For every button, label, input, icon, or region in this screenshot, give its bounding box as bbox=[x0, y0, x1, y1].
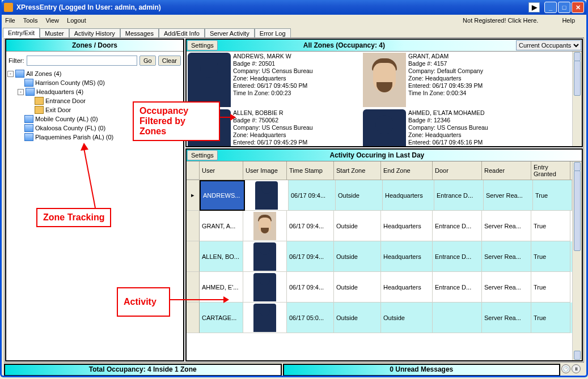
column-header[interactable]: Entry Granted bbox=[531, 161, 570, 180]
building-icon bbox=[26, 88, 35, 96]
table-row[interactable]: GRANT, A...06/17 09:4...OutsideHeadquart… bbox=[187, 211, 572, 241]
titlebar[interactable]: XPressEntry (Logged In User: admin, admi… bbox=[2, 0, 586, 15]
occupant-company: Company: US Census Bureau bbox=[408, 124, 488, 131]
column-header[interactable]: Time Stamp bbox=[287, 161, 334, 180]
not-registered-link[interactable]: Not Registered! Click Here. bbox=[463, 17, 538, 24]
occupant-name: GRANT, ADAM bbox=[408, 53, 483, 60]
cell: CARTAGE... bbox=[200, 303, 243, 333]
column-header[interactable] bbox=[187, 161, 200, 180]
svg-marker-1 bbox=[230, 114, 236, 121]
column-header[interactable]: User bbox=[200, 161, 243, 180]
cell: GRANT, A... bbox=[200, 211, 243, 241]
cell: Outside bbox=[334, 241, 381, 272]
occupant-photo bbox=[363, 109, 406, 147]
cell: Outside bbox=[334, 211, 381, 241]
minimize-button[interactable]: _ bbox=[544, 2, 557, 13]
column-header[interactable]: Door bbox=[433, 161, 482, 180]
cell: True bbox=[533, 180, 572, 211]
tree-item[interactable]: -All Zones (4) bbox=[7, 69, 182, 78]
tab-add-edit-info[interactable]: Add/Edit Info bbox=[159, 28, 205, 38]
occupant-zone: Zone: Headquarters bbox=[408, 131, 488, 139]
tab-error-log[interactable]: Error Log bbox=[255, 28, 291, 38]
table-row[interactable]: CARTAGE...06/17 05:0...OutsideOutsideSer… bbox=[187, 303, 572, 333]
cell bbox=[243, 241, 287, 272]
occupant-company: Company: US Census Bureau bbox=[233, 67, 313, 75]
filter-input[interactable] bbox=[27, 56, 138, 66]
go-button[interactable]: Go bbox=[139, 56, 156, 66]
svg-line-2 bbox=[84, 148, 95, 208]
occupant-entered: Entered: 06/17 09:45:29 PM bbox=[233, 139, 313, 146]
occupants-grid: ANDREWS, MARK WBadge #: 20501Company: US… bbox=[187, 52, 572, 147]
tab-entry-exit[interactable]: Entry/Exit bbox=[3, 28, 40, 38]
cell: Server Rea... bbox=[482, 241, 531, 272]
tree-item-label: Mobile County (AL) (0) bbox=[35, 116, 98, 122]
table-row[interactable]: AHMED, E'...06/17 09:4...OutsideHeadquar… bbox=[187, 272, 572, 303]
tabstrip: Entry/ExitMusterActivity HistoryMessages… bbox=[2, 26, 586, 37]
menu-file[interactable]: File bbox=[5, 17, 15, 24]
tree-item[interactable]: -Headquarters (4) bbox=[7, 87, 182, 96]
cell: Headquarters bbox=[381, 241, 433, 272]
scroll-down-arrow[interactable] bbox=[574, 351, 581, 360]
scroll-up-arrow[interactable] bbox=[574, 162, 581, 171]
scroll-thumb[interactable] bbox=[574, 171, 581, 251]
play-icon[interactable]: ▶ bbox=[528, 2, 540, 12]
tab-muster[interactable]: Muster bbox=[40, 28, 69, 38]
maximize-button[interactable]: □ bbox=[558, 2, 570, 13]
user-image bbox=[255, 181, 278, 210]
tree-item[interactable]: Harrison County (MS) (0) bbox=[7, 78, 182, 87]
tree-item-label: Plaquemines Parish (AL) (0) bbox=[35, 134, 113, 140]
activity-title: Activity Occuring in Last Day bbox=[195, 151, 559, 159]
menu-view[interactable]: View bbox=[45, 17, 59, 24]
cell: Server Rea... bbox=[482, 211, 531, 241]
scroll-up-arrow[interactable] bbox=[574, 52, 581, 61]
column-header[interactable]: End Zone bbox=[381, 161, 433, 180]
tab-server-activity[interactable]: Server Activity bbox=[205, 28, 255, 38]
tab-messages[interactable]: Messages bbox=[120, 28, 159, 38]
column-header[interactable]: Start Zone bbox=[334, 161, 381, 180]
cell: ANDREWS... bbox=[200, 180, 245, 211]
cell: 06/17 09:4... bbox=[287, 272, 334, 303]
menu-tools[interactable]: Tools bbox=[23, 17, 38, 24]
cell: Entrance D... bbox=[434, 180, 484, 211]
occupant-badge: Badge #: 20501 bbox=[233, 60, 313, 67]
occupant-card[interactable]: GRANT, ADAMBadge #: 4157Company: Default… bbox=[362, 52, 537, 108]
row-header[interactable] bbox=[187, 303, 200, 333]
status-occupancy: Total Occupancy: 4 Inside 1 Zone bbox=[4, 364, 282, 376]
cell: Server Rea... bbox=[482, 272, 531, 303]
status-messages[interactable]: 0 Unread Messages bbox=[283, 364, 561, 376]
occupancy-title: All Zones (Occupancy: 4) bbox=[195, 41, 493, 49]
row-header[interactable] bbox=[187, 241, 200, 272]
occupant-card[interactable]: ANDREWS, MARK WBadge #: 20501Company: US… bbox=[187, 52, 362, 108]
clock-icon[interactable]: 🕐 bbox=[561, 364, 570, 373]
row-header[interactable]: ▸ bbox=[187, 180, 200, 211]
user-image bbox=[253, 212, 276, 240]
door-icon bbox=[35, 106, 44, 114]
column-header[interactable]: Reader bbox=[482, 161, 531, 180]
pause-icon[interactable]: ⏸ bbox=[572, 364, 581, 373]
menubar: File Tools View Logout Not Registered! C… bbox=[2, 15, 586, 26]
tab-activity-history[interactable]: Activity History bbox=[69, 28, 120, 38]
occupancy-mode-select[interactable]: Current Occupants bbox=[516, 40, 581, 50]
cell bbox=[243, 272, 287, 303]
cell: 06/17 09:4... bbox=[287, 241, 334, 272]
occupant-badge: Badge #: 12346 bbox=[408, 117, 488, 124]
scroll-thumb[interactable] bbox=[574, 61, 581, 96]
close-button[interactable]: ✕ bbox=[572, 2, 584, 13]
occupant-badge: Badge #: 4157 bbox=[408, 60, 483, 67]
table-row[interactable]: ALLEN, BO...06/17 09:4...OutsideHeadquar… bbox=[187, 241, 572, 272]
building-icon bbox=[24, 115, 33, 123]
cell: Outside bbox=[381, 303, 433, 333]
activity-scrollbar[interactable] bbox=[572, 161, 582, 360]
cell: Headquarters bbox=[381, 211, 433, 241]
activity-grid[interactable]: UserUser ImageTime StampStart ZoneEnd Zo… bbox=[187, 161, 572, 360]
occupants-scrollbar[interactable] bbox=[572, 52, 582, 147]
user-image bbox=[253, 273, 276, 301]
table-row[interactable]: ▸ANDREWS...06/17 09:4...OutsideHeadquart… bbox=[187, 180, 572, 211]
column-header[interactable]: User Image bbox=[243, 161, 287, 180]
menu-logout[interactable]: Logout bbox=[67, 17, 86, 24]
row-header[interactable] bbox=[187, 211, 200, 241]
menu-help[interactable]: Help bbox=[562, 17, 575, 24]
cell: True bbox=[531, 303, 570, 333]
occupant-card[interactable]: AHMED, E'LATA MOHAMEDBadge #: 12346Compa… bbox=[362, 108, 537, 147]
clear-button[interactable]: Clear bbox=[158, 56, 181, 66]
